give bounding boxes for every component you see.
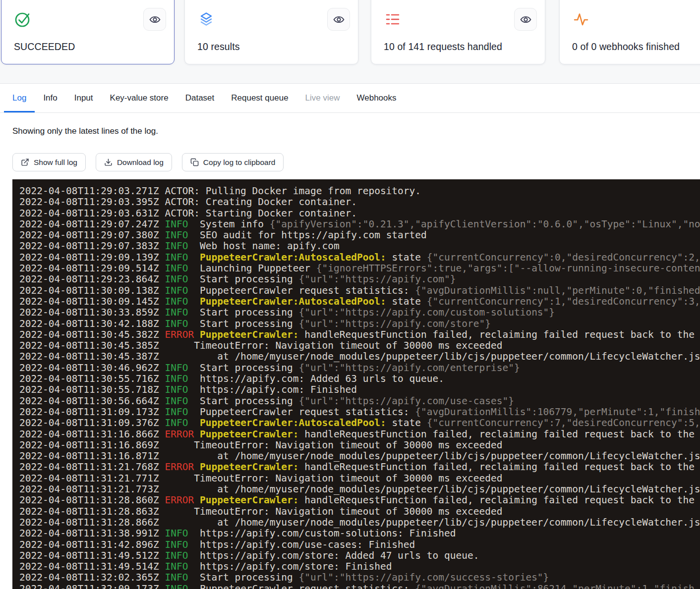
log-line: 2022-04-08T11:31:21.771Z TimeoutError: N… — [19, 473, 700, 484]
download-icon — [104, 158, 113, 166]
log-line: 2022-04-08T11:31:49.514Z INFO https://ap… — [19, 561, 700, 572]
tab-key-value-store[interactable]: Key-value store — [102, 84, 177, 112]
download-log-label: Download log — [117, 158, 164, 167]
eye-icon — [520, 13, 532, 26]
log-line: 2022-04-08T11:30:56.664Z INFO Start proc… — [19, 396, 700, 407]
log-line: 2022-04-08T11:31:49.512Z INFO https://ap… — [19, 550, 700, 561]
log-line: 2022-04-08T11:31:16.871Z at /home/myuser… — [19, 451, 700, 462]
log-terminal[interactable]: 2022-04-08T11:29:03.271Z ACTOR: Pulling … — [12, 179, 700, 589]
tab-log[interactable]: Log — [4, 84, 35, 112]
log-line: 2022-04-08T11:31:21.773Z at /home/myuser… — [19, 484, 700, 495]
log-line: 2022-04-08T11:29:03.395Z ACTOR: Creating… — [19, 197, 700, 208]
list-icon — [384, 10, 402, 28]
log-line: 2022-04-08T11:31:28.860Z ERROR Puppeteer… — [19, 495, 700, 506]
card-results[interactable]: 10 results — [184, 0, 358, 64]
layers-icon — [197, 10, 215, 28]
show-full-log-label: Show full log — [34, 158, 77, 167]
log-actions: Show full log Download log Copy log to c… — [12, 153, 284, 171]
log-line: 2022-04-08T11:31:38.991Z INFO https://ap… — [19, 528, 700, 539]
copy-log-button[interactable]: Copy log to clipboard — [182, 153, 284, 171]
log-line: 2022-04-08T11:30:45.385Z TimeoutError: N… — [19, 340, 700, 351]
log-line: 2022-04-08T11:31:09.173Z INFO PuppeteerC… — [19, 407, 700, 418]
activity-icon — [572, 10, 590, 28]
log-line: 2022-04-08T11:31:28.863Z TimeoutError: N… — [19, 506, 700, 517]
log-line: 2022-04-08T11:29:09.139Z INFO PuppeteerC… — [19, 252, 700, 263]
download-log-button[interactable]: Download log — [96, 153, 172, 171]
show-full-log-button[interactable]: Show full log — [12, 153, 86, 171]
status-cards-strip: SUCCEEDED 10 results — [0, 0, 700, 83]
tab-request-queue[interactable]: Request queue — [223, 84, 296, 112]
copy-icon — [190, 158, 199, 166]
log-line: 2022-04-08T11:29:03.271Z ACTOR: Pulling … — [19, 186, 700, 197]
copy-log-label: Copy log to clipboard — [203, 158, 276, 167]
tab-dataset[interactable]: Dataset — [177, 84, 223, 112]
log-line: 2022-04-08T11:30:42.188Z INFO Start proc… — [19, 319, 700, 329]
log-line: 2022-04-08T11:29:07.383Z INFO Web host n… — [19, 241, 700, 252]
log-notice: Showing only the latest lines of the log… — [12, 126, 158, 136]
eye-icon — [333, 13, 345, 26]
tab-live-view: Live view — [297, 84, 349, 112]
tab-input[interactable]: Input — [66, 84, 102, 112]
eye-button[interactable] — [514, 8, 537, 31]
log-line: 2022-04-08T11:29:07.380Z INFO SEO audit … — [19, 230, 700, 241]
log-line: 2022-04-08T11:31:21.768Z ERROR Puppeteer… — [19, 462, 700, 473]
external-link-icon — [21, 158, 29, 166]
requests-handled: 10 of 141 requests handled — [384, 41, 502, 53]
results-count: 10 results — [197, 41, 240, 53]
eye-button[interactable] — [143, 8, 166, 31]
log-line: 2022-04-08T11:30:45.387Z at /home/myuser… — [19, 351, 700, 362]
log-line: 2022-04-08T11:30:55.718Z INFO https://ap… — [19, 384, 700, 395]
log-line: 2022-04-08T11:32:09.173Z INFO PuppeteerC… — [19, 584, 700, 589]
log-line: 2022-04-08T11:30:46.962Z INFO Start proc… — [19, 363, 700, 374]
log-line: 2022-04-08T11:30:33.859Z INFO Start proc… — [19, 307, 700, 318]
log-line: 2022-04-08T11:31:09.376Z INFO PuppeteerC… — [19, 418, 700, 428]
log-line: 2022-04-08T11:31:16.866Z ERROR Puppeteer… — [19, 429, 700, 440]
eye-icon — [149, 13, 161, 26]
log-line: 2022-04-08T11:30:45.382Z ERROR Puppeteer… — [19, 329, 700, 340]
log-line: 2022-04-08T11:31:16.869Z TimeoutError: N… — [19, 440, 700, 451]
card-run-status[interactable]: SUCCEEDED — [1, 0, 175, 64]
eye-button[interactable] — [327, 8, 350, 31]
log-line: 2022-04-08T11:30:55.716Z INFO https://ap… — [19, 374, 700, 384]
log-line: 2022-04-08T11:32:02.365Z INFO Start proc… — [19, 572, 700, 583]
webhooks-finished: 0 of 0 webhooks finished — [572, 41, 680, 53]
card-requests[interactable]: 10 of 141 requests handled — [371, 0, 545, 64]
log-line: 2022-04-08T11:30:09.145Z INFO PuppeteerC… — [19, 296, 700, 307]
log-line: 2022-04-08T11:31:42.896Z INFO https://ap… — [19, 539, 700, 550]
run-status-value: SUCCEEDED — [14, 41, 75, 53]
run-detail-tabs: LogInfoInputKey-value storeDatasetReques… — [0, 83, 700, 113]
check-circle-icon — [14, 10, 32, 28]
log-line: 2022-04-08T11:29:23.864Z INFO Start proc… — [19, 274, 700, 285]
log-line: 2022-04-08T11:31:28.866Z at /home/myuser… — [19, 517, 700, 528]
tab-webhooks[interactable]: Webhooks — [349, 84, 405, 112]
card-webhooks[interactable]: 0 of 0 webhooks finished — [559, 0, 700, 64]
log-line: 2022-04-08T11:29:07.247Z INFO System inf… — [19, 219, 700, 230]
log-line: 2022-04-08T11:30:09.138Z INFO PuppeteerC… — [19, 285, 700, 296]
tab-info[interactable]: Info — [35, 84, 65, 112]
log-line: 2022-04-08T11:29:09.514Z INFO Launching … — [19, 263, 700, 274]
log-line: 2022-04-08T11:29:03.631Z ACTOR: Starting… — [19, 208, 700, 219]
